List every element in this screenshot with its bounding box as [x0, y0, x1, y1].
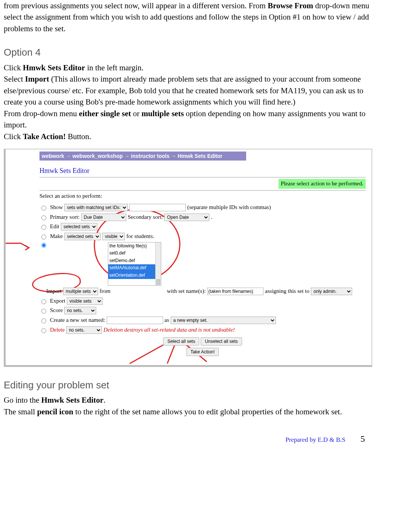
row-sort: Primary sort: Due Date Secondary sort: O…	[39, 213, 366, 221]
intro-paragraph: from previous assignments you select now…	[4, 0, 372, 34]
page-number: 5	[360, 432, 365, 446]
label-show: Show	[50, 203, 63, 212]
file-option[interactable]: setDemo.def	[108, 257, 161, 264]
label-import: Import	[46, 287, 62, 296]
radio-create[interactable]	[41, 318, 46, 323]
file-option[interactable]: set0.def	[108, 250, 161, 257]
select-primary-sort[interactable]: Due Date	[81, 214, 126, 221]
file-option[interactable]: the following file(s)	[108, 243, 161, 250]
select-score[interactable]: no sets.	[64, 307, 96, 314]
page-title-link[interactable]: Hmwk Sets Editor	[39, 166, 366, 176]
select-create-type[interactable]: a new empty set.	[171, 317, 276, 324]
input-new-set-name[interactable]	[107, 317, 163, 324]
file-option-selected[interactable]: setMAAtutorial.def	[108, 264, 161, 271]
take-action-button[interactable]: Take Action!	[186, 348, 219, 356]
bold-hmwk-sets-editor: Hmwk Sets Editor	[23, 63, 85, 72]
select-make-which[interactable]: selected sets	[64, 233, 101, 240]
radio-import[interactable]	[41, 243, 46, 248]
text: From drop-down menu	[4, 109, 79, 118]
label-make: Make	[50, 232, 63, 241]
divider	[39, 177, 366, 177]
scrollbar-thumb[interactable]	[156, 279, 160, 285]
listbox-import-files[interactable]: the following file(s) set0.def setDemo.d…	[108, 242, 161, 286]
row-import-config: Import multiple sets from with set name(…	[39, 287, 366, 296]
label-create: Create a new set named:	[50, 316, 105, 324]
bold-multiple-sets: multiple sets	[142, 109, 184, 118]
text: .	[103, 396, 105, 405]
option4-body: Click Hmwk Sets Editor in the left margi…	[4, 62, 372, 142]
label-score: Score	[50, 306, 63, 315]
radio-export[interactable]	[41, 299, 46, 304]
select-show-filter[interactable]: sets with matching set IDs:	[64, 204, 128, 211]
text: to the right of the set name allows you …	[73, 407, 342, 416]
tail-make: for students.	[126, 232, 154, 241]
editing-heading: Editing your problem set	[4, 378, 372, 393]
text: Go into the	[4, 396, 41, 405]
text: Click	[4, 132, 23, 141]
text: from previous assignments you select now…	[4, 1, 268, 10]
screenshot-frame: webwork → webwork_workshop → instructor …	[4, 149, 372, 367]
select-import-mode[interactable]: multiple sets	[63, 288, 98, 295]
text: Click	[4, 63, 23, 72]
unselect-all-sets-button[interactable]: Unselect all sets	[201, 337, 242, 346]
row-make: Make selected sets visible for students.	[39, 232, 366, 241]
file-option-selected[interactable]: setOrientation.def	[108, 272, 161, 279]
radio-edit[interactable]	[41, 225, 46, 230]
radio-score[interactable]	[41, 309, 46, 314]
text: in the left margin.	[85, 63, 143, 72]
label-primary-sort: Primary sort:	[50, 213, 80, 221]
scrollbar[interactable]	[155, 243, 161, 285]
radio-sort[interactable]	[41, 215, 46, 220]
select-secondary-sort[interactable]: Open Date	[164, 214, 209, 221]
divider	[39, 190, 366, 191]
label-edit: Edit	[50, 223, 59, 231]
label-assigning: assigning this set to	[265, 287, 309, 296]
text: Button.	[66, 132, 91, 141]
status-message: Please select action to be performed.	[278, 179, 366, 189]
button-row: Select all sets Unselect all sets Take A…	[39, 337, 366, 356]
row-score: Score no sets.	[39, 306, 366, 315]
page-footer: Prepared by E.D & B.S 5	[4, 421, 372, 446]
label-delete: Delete	[50, 326, 65, 334]
label-from: from	[100, 287, 110, 296]
editing-body: Go into the Hmwk Sets Editor. The small …	[4, 394, 372, 417]
input-show-ids[interactable]	[129, 204, 186, 211]
radio-show[interactable]	[41, 206, 46, 211]
bold-import: Import	[25, 74, 49, 83]
text: or	[131, 109, 142, 118]
text: The small	[4, 407, 37, 416]
label-export: Export	[50, 297, 65, 305]
select-edit[interactable]: selected sets	[61, 223, 97, 230]
row-create: Create a new set named: as a new empty s…	[39, 316, 366, 324]
text: Select	[4, 74, 25, 83]
row-export: Export visible sets	[39, 297, 366, 305]
label-secondary-sort: Secondary sort:	[128, 213, 163, 221]
bold-pencil-icon: pencil icon	[37, 407, 73, 416]
delete-warning: Deletion destroys all set-related data a…	[103, 326, 235, 334]
note-show: (separate multiple IDs with commas)	[187, 203, 271, 212]
label-as: as	[165, 316, 170, 324]
prepared-by: Prepared by E.D & B.S	[285, 435, 345, 445]
label-with-set-names: with set name(s):	[167, 287, 206, 296]
bold-take-action: Take Action!	[23, 132, 66, 141]
row-import-files: the following file(s) set0.def setDemo.d…	[39, 242, 366, 286]
radio-delete[interactable]	[41, 328, 46, 333]
radio-make[interactable]	[41, 235, 46, 239]
bold-single-set: either single set	[79, 109, 131, 118]
row-edit: Edit selected sets	[39, 223, 366, 231]
select-assign-to[interactable]: only admin.	[311, 288, 352, 295]
select-delete[interactable]: no sets.	[66, 326, 102, 334]
select-make-visibility[interactable]: visible	[102, 233, 125, 240]
option4-heading: Option 4	[4, 45, 372, 60]
select-all-sets-button[interactable]: Select all sets	[163, 337, 199, 346]
input-set-names[interactable]	[207, 288, 263, 295]
select-export[interactable]: visible sets	[67, 297, 103, 305]
bold-hmwk-sets-editor: Hmwk Sets Editor	[41, 396, 104, 405]
row-delete: Delete no sets. Deletion destroys all se…	[39, 326, 366, 334]
breadcrumb-bar: webwork → webwork_workshop → instructor …	[39, 152, 246, 161]
row-show: Show sets with matching set IDs: (separa…	[39, 203, 366, 212]
text: (This allows to import already made prob…	[4, 74, 363, 106]
period: .	[211, 213, 212, 221]
bold-browse-from: Browse From	[268, 1, 313, 10]
action-lead: Select an action to perform:	[39, 192, 366, 200]
